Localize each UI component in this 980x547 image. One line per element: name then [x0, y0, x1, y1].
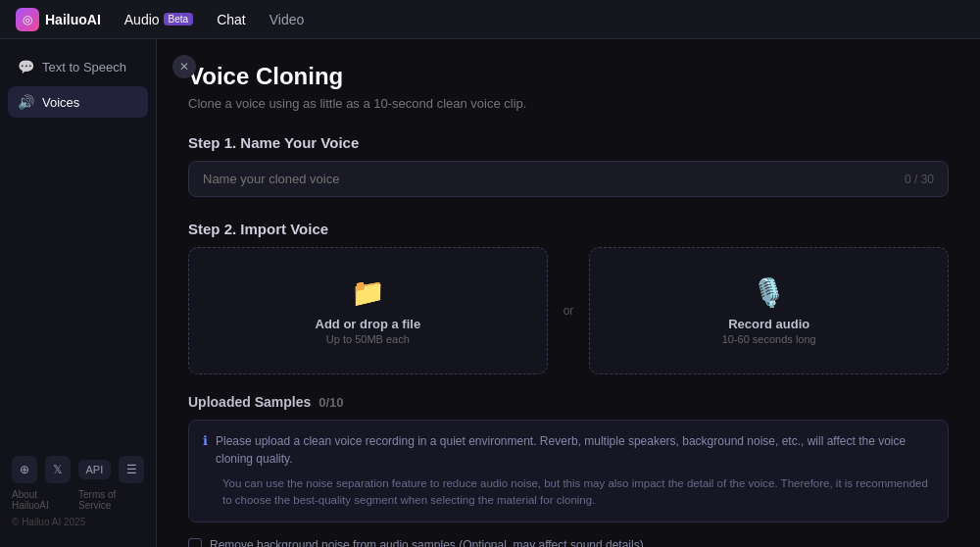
info-box: ℹ Please upload a clean voice recording … — [188, 420, 949, 522]
voice-name-input[interactable] — [203, 172, 905, 186]
sidebar-item-voices[interactable]: 🔊 Voices — [8, 86, 148, 118]
upload-icon: 📁 — [351, 276, 385, 309]
content-area: ✕ Voice Cloning Clone a voice using as l… — [157, 39, 980, 547]
main-layout: 💬 Text to Speech 🔊 Voices ⊕ 𝕏 API ☰ A — [0, 39, 980, 547]
step2-title: Step 2. Import Voice — [188, 221, 949, 237]
sidebar-bottom: ⊕ 𝕏 API ☰ About HailuoAI Terms of Servic… — [8, 448, 148, 535]
noise-reduction-checkbox[interactable] — [188, 538, 202, 548]
upload-card[interactable]: 📁 Add or drop a file Up to 50MB each — [188, 247, 548, 374]
about-link[interactable]: About HailuoAI — [12, 489, 71, 511]
or-divider: or — [560, 304, 578, 318]
logo[interactable]: ◎ HailuoAI — [16, 8, 101, 31]
record-card[interactable]: 🎙️ Record audio 10-60 seconds long — [589, 247, 949, 374]
twitter-button[interactable]: 𝕏 — [45, 456, 71, 483]
page-title: Voice Cloning — [188, 63, 949, 90]
upload-sub: Up to 50MB each — [326, 333, 410, 345]
logo-icon: ◎ — [16, 8, 39, 31]
record-icon: 🎙️ — [752, 276, 786, 309]
samples-header: Uploaded Samples 0/10 — [188, 394, 949, 410]
voices-icon: 🔊 — [18, 94, 34, 110]
nav-chat[interactable]: Chat — [217, 12, 246, 27]
footer-version: © Hailuo AI 2025 — [12, 517, 144, 527]
sidebar-item-voices-label: Voices — [42, 95, 79, 110]
list-icon: ☰ — [126, 463, 137, 476]
step1-title: Step 1. Name Your Voice — [188, 134, 949, 151]
discord-button[interactable]: ⊕ — [12, 456, 37, 483]
discord-icon: ⊕ — [20, 463, 29, 476]
sidebar-item-tts[interactable]: 💬 Text to Speech — [8, 51, 148, 82]
info-text-secondary: You can use the noise separation feature… — [203, 475, 934, 510]
sidebar-item-tts-label: Text to Speech — [42, 60, 126, 75]
social-row: ⊕ 𝕏 API ☰ — [12, 456, 144, 483]
terms-link[interactable]: Terms of Service — [78, 489, 144, 511]
name-input-wrapper: 0 / 30 — [188, 161, 949, 197]
sidebar: 💬 Text to Speech 🔊 Voices ⊕ 𝕏 API ☰ A — [0, 39, 157, 547]
info-text-main: Please upload a clean voice recording in… — [216, 432, 934, 468]
api-button[interactable]: API — [78, 460, 112, 479]
nav-video[interactable]: Video — [270, 12, 305, 27]
import-row: 📁 Add or drop a file Up to 50MB each or … — [188, 247, 949, 374]
list-button[interactable]: ☰ — [119, 456, 144, 483]
info-row-main: ℹ Please upload a clean voice recording … — [203, 432, 934, 468]
record-label: Record audio — [728, 317, 809, 331]
checkbox-row: Remove background noise from audio sampl… — [188, 538, 949, 548]
char-count: 0 / 30 — [905, 173, 934, 186]
record-sub: 10-60 seconds long — [722, 333, 816, 345]
upload-label: Add or drop a file — [316, 317, 421, 331]
brand-name: HailuoAI — [45, 12, 101, 27]
top-navigation: ◎ HailuoAI Audio Beta Chat Video — [0, 0, 980, 39]
nav-audio[interactable]: Audio Beta — [124, 12, 193, 27]
footer-links: About HailuoAI Terms of Service — [12, 489, 144, 511]
info-icon: ℹ — [203, 433, 208, 448]
page-subtitle: Clone a voice using as little as a 10-se… — [188, 96, 949, 111]
samples-count: 0/10 — [318, 395, 343, 410]
twitter-icon: 𝕏 — [53, 463, 63, 476]
checkbox-label: Remove background noise from audio sampl… — [210, 538, 647, 548]
tts-icon: 💬 — [18, 59, 34, 75]
audio-badge: Beta — [164, 13, 194, 25]
samples-title: Uploaded Samples — [188, 394, 311, 410]
close-button[interactable]: ✕ — [172, 55, 196, 78]
